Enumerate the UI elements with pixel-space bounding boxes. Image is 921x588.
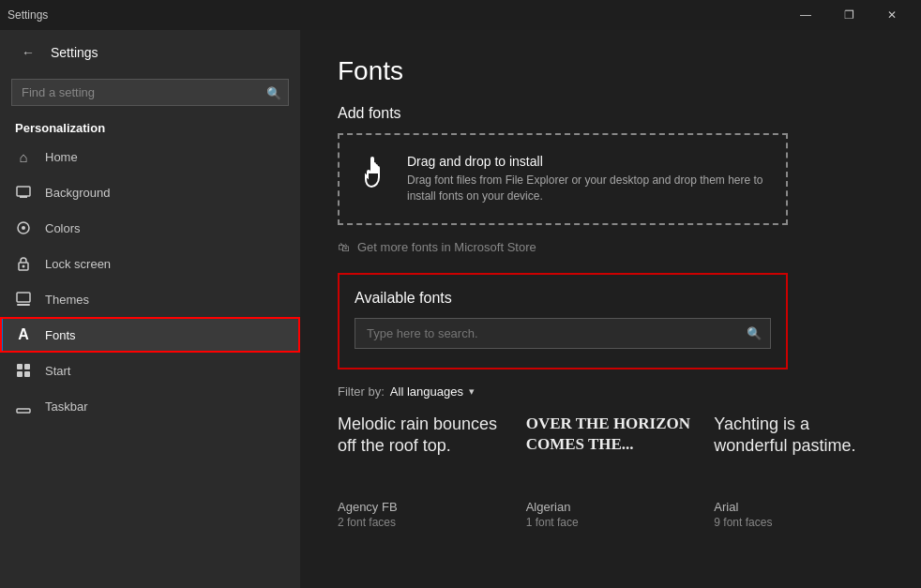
font-search-input[interactable] — [355, 318, 771, 349]
svg-rect-9 — [24, 364, 30, 369]
drag-drop-text: Drag and drop to install Drag font files… — [407, 154, 767, 204]
font-faces-algerian: 1 font face — [526, 516, 696, 529]
search-bar: 🔍 — [11, 79, 289, 106]
minimize-button[interactable]: — — [784, 0, 827, 30]
personalization-label: Personalization — [0, 113, 300, 139]
get-more-fonts-label: Get more fonts in Microsoft Store — [357, 240, 536, 254]
back-button[interactable]: ← — [15, 39, 41, 66]
app-container: ← Settings 🔍 Personalization ⌂ Home Back… — [0, 30, 921, 588]
svg-rect-1 — [20, 196, 27, 198]
font-cards: Melodic rain bounces off the roof top. A… — [338, 414, 883, 529]
sidebar-item-fonts-label: Fonts — [45, 328, 76, 342]
themes-icon — [15, 291, 32, 308]
drag-drop-subtitle: Drag font files from File Explorer or yo… — [407, 173, 767, 204]
chevron-down-icon: ▾ — [469, 385, 475, 398]
font-name-agency-fb: Agency FB — [338, 500, 507, 514]
filter-value[interactable]: All languages — [390, 384, 463, 399]
font-name-algerian: Algerian — [526, 500, 696, 514]
svg-rect-10 — [17, 371, 23, 377]
get-more-fonts-link[interactable]: 🛍 Get more fonts in Microsoft Store — [338, 240, 883, 254]
font-faces-agency-fb: 2 font faces — [338, 516, 507, 529]
main-content: Fonts Add fonts Drag and drop to install… — [300, 30, 921, 588]
font-search-bar: 🔍 — [355, 318, 771, 349]
add-fonts-label: Add fonts — [338, 105, 883, 122]
sidebar-item-taskbar-label: Taskbar — [45, 400, 88, 414]
sidebar-item-taskbar[interactable]: Taskbar — [0, 388, 300, 424]
title-bar-left: Settings — [8, 8, 48, 22]
search-input[interactable] — [11, 79, 289, 106]
font-card-agency-fb[interactable]: Melodic rain bounces off the roof top. A… — [338, 414, 507, 529]
background-icon — [15, 184, 32, 201]
sidebar-item-start[interactable]: Start — [0, 353, 300, 388]
available-fonts-title: Available fonts — [355, 290, 771, 307]
sidebar-app-title: Settings — [51, 45, 98, 60]
settings-title: Settings — [8, 8, 48, 22]
svg-point-3 — [22, 226, 25, 230]
font-faces-arial: 9 font faces — [714, 516, 883, 529]
font-preview-agency-fb: Melodic rain bounces off the roof top. — [338, 414, 507, 489]
sidebar-item-colors-label: Colors — [45, 221, 81, 235]
lock-icon — [15, 255, 32, 272]
font-card-algerian[interactable]: OVER THE HORIZON COMES THE... Algerian 1… — [526, 414, 696, 529]
page-title: Fonts — [338, 56, 883, 86]
sidebar-item-fonts[interactable]: A Fonts — [0, 317, 300, 353]
svg-rect-8 — [17, 364, 23, 369]
svg-point-5 — [23, 265, 25, 268]
store-icon: 🛍 — [338, 240, 350, 254]
sidebar-item-themes-label: Themes — [45, 293, 89, 307]
sidebar-item-home[interactable]: ⌂ Home — [0, 139, 300, 174]
drag-drop-title: Drag and drop to install — [407, 154, 767, 169]
maximize-button[interactable]: ❐ — [827, 0, 870, 30]
sidebar-item-themes[interactable]: Themes — [0, 281, 300, 317]
svg-rect-6 — [17, 293, 30, 302]
sidebar-header: ← Settings — [0, 30, 300, 75]
font-name-arial: Arial — [714, 500, 883, 514]
sidebar-item-lock-screen-label: Lock screen — [45, 257, 111, 271]
fonts-icon: A — [15, 326, 32, 343]
svg-rect-0 — [17, 187, 30, 196]
sidebar: ← Settings 🔍 Personalization ⌂ Home Back… — [0, 30, 300, 588]
font-preview-arial: Yachting is a wonderful pastime. — [714, 414, 883, 489]
sidebar-item-colors[interactable]: Colors — [0, 210, 300, 246]
svg-rect-11 — [24, 371, 30, 377]
sidebar-item-background[interactable]: Background — [0, 174, 300, 210]
drag-drop-area[interactable]: Drag and drop to install Drag font files… — [338, 133, 788, 225]
title-bar: Settings — ❐ ✕ — [0, 0, 921, 30]
close-button[interactable]: ✕ — [870, 0, 913, 30]
sidebar-item-start-label: Start — [45, 364, 70, 378]
title-bar-controls: — ❐ ✕ — [784, 0, 913, 30]
drag-drop-icon — [358, 157, 392, 202]
font-card-arial[interactable]: Yachting is a wonderful pastime. Arial 9… — [714, 414, 883, 529]
svg-rect-12 — [17, 409, 30, 413]
available-fonts-box: Available fonts 🔍 — [338, 273, 788, 369]
filter-label: Filter by: — [338, 384, 385, 399]
svg-rect-7 — [17, 304, 30, 306]
taskbar-icon — [15, 398, 32, 415]
sidebar-item-lock-screen[interactable]: Lock screen — [0, 246, 300, 281]
filter-row: Filter by: All languages ▾ — [338, 384, 883, 399]
font-preview-algerian: OVER THE HORIZON COMES THE... — [526, 414, 696, 489]
start-icon — [15, 362, 32, 379]
colors-icon — [15, 219, 32, 236]
sidebar-item-home-label: Home — [45, 150, 78, 164]
sidebar-item-background-label: Background — [45, 186, 110, 200]
home-icon: ⌂ — [15, 148, 32, 165]
